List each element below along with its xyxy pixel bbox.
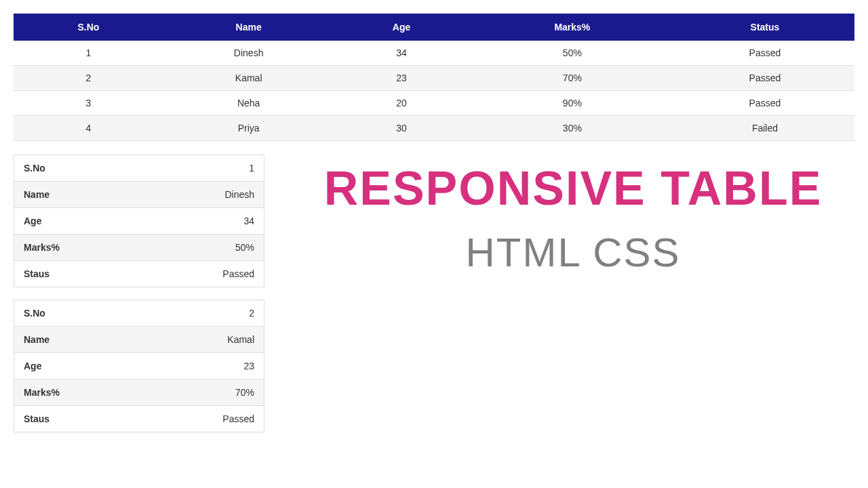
cell-sno: 4 — [14, 116, 163, 141]
header-marks: Marks% — [469, 14, 675, 41]
card-label-marks: Marks% — [24, 242, 60, 253]
card-value-marks: 50% — [235, 242, 254, 253]
header-status: Status — [675, 14, 854, 41]
card-row: Staus Passed — [14, 261, 264, 287]
card-value-name: Kamal — [227, 334, 254, 345]
card-value-sno: 1 — [249, 163, 254, 174]
cell-sno: 1 — [14, 41, 163, 66]
cell-sno: 3 — [14, 91, 163, 116]
cell-name: Neha — [163, 91, 334, 116]
card-value-status: Passed — [222, 268, 254, 279]
cell-marks: 90% — [469, 91, 675, 116]
title-sub: HTML CSS — [292, 229, 854, 276]
card-row: Staus Passed — [14, 406, 264, 432]
card-label-sno: S.No — [24, 163, 45, 174]
responsive-card: S.No 1 Name Dinesh Age 34 Marks% 50% Sta… — [14, 155, 264, 287]
cards-column: S.No 1 Name Dinesh Age 34 Marks% 50% Sta… — [14, 155, 264, 445]
table-row: 4 Priya 30 30% Failed — [14, 116, 854, 141]
cell-status: Failed — [675, 116, 854, 141]
data-table: S.No Name Age Marks% Status 1 Dinesh 34 … — [14, 14, 854, 141]
card-label-age: Age — [24, 216, 41, 226]
cell-marks: 70% — [469, 66, 675, 91]
card-label-name: Name — [24, 334, 50, 345]
cell-age: 20 — [334, 91, 469, 116]
cell-name: Kamal — [163, 66, 334, 91]
cell-age: 34 — [334, 41, 469, 66]
table-header-row: S.No Name Age Marks% Status — [14, 14, 854, 41]
card-row: Name Kamal — [14, 327, 264, 353]
card-row: S.No 2 — [14, 300, 264, 327]
card-value-sno: 2 — [249, 308, 254, 319]
card-label-age: Age — [24, 361, 41, 371]
table-row: 3 Neha 20 90% Passed — [14, 91, 854, 116]
responsive-card: S.No 2 Name Kamal Age 23 Marks% 70% Stau… — [14, 300, 264, 432]
card-value-marks: 70% — [235, 387, 254, 398]
header-name: Name — [163, 14, 334, 41]
cell-age: 23 — [334, 66, 469, 91]
cell-status: Passed — [675, 41, 854, 66]
card-value-name: Dinesh — [224, 189, 254, 200]
cell-status: Passed — [675, 66, 854, 91]
bottom-section: S.No 1 Name Dinesh Age 34 Marks% 50% Sta… — [14, 155, 854, 445]
cell-marks: 30% — [469, 116, 675, 141]
card-value-age: 23 — [243, 361, 254, 371]
card-label-status: Staus — [24, 268, 50, 279]
cell-name: Priya — [163, 116, 334, 141]
card-label-marks: Marks% — [24, 387, 60, 398]
card-row: Marks% 70% — [14, 380, 264, 406]
card-label-sno: S.No — [24, 308, 45, 319]
title-main: RESPONSIVE TABLE — [292, 161, 854, 216]
card-value-age: 34 — [243, 216, 254, 226]
card-label-status: Staus — [24, 413, 50, 424]
cell-status: Passed — [675, 91, 854, 116]
table-row: 2 Kamal 23 70% Passed — [14, 66, 854, 91]
card-row: Marks% 50% — [14, 235, 264, 261]
card-label-name: Name — [24, 189, 50, 200]
cell-name: Dinesh — [163, 41, 334, 66]
cell-marks: 50% — [469, 41, 675, 66]
cell-sno: 2 — [14, 66, 163, 91]
card-row: Name Dinesh — [14, 182, 264, 208]
card-row: Age 23 — [14, 353, 264, 380]
table-row: 1 Dinesh 34 50% Passed — [14, 41, 854, 66]
header-age: Age — [334, 14, 469, 41]
card-row: Age 34 — [14, 208, 264, 235]
card-row: S.No 1 — [14, 155, 264, 182]
cell-age: 30 — [334, 116, 469, 141]
card-value-status: Passed — [222, 413, 254, 424]
header-sno: S.No — [14, 14, 163, 41]
title-section: RESPONSIVE TABLE HTML CSS — [292, 155, 854, 276]
